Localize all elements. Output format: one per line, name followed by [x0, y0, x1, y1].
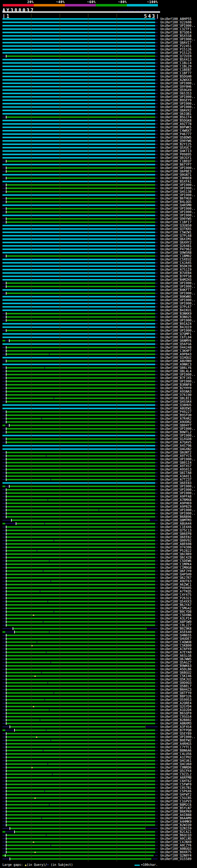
- alignment-bar[interactable]: [6, 675, 156, 677]
- alignment-bar[interactable]: [6, 784, 156, 785]
- alignment-bar[interactable]: [6, 411, 156, 412]
- alignment-bar[interactable]: [6, 550, 156, 552]
- alignment-bar[interactable]: [6, 184, 156, 186]
- alignment-bar[interactable]: [6, 380, 156, 382]
- alignment-bar[interactable]: [6, 797, 156, 799]
- alignment-bar[interactable]: [6, 834, 156, 836]
- alignment-bar[interactable]: [6, 160, 156, 162]
- alignment-bar[interactable]: [2, 86, 155, 88]
- alignment-bar[interactable]: [6, 695, 156, 697]
- alignment-bar[interactable]: [6, 360, 156, 362]
- alignment-bar[interactable]: [6, 655, 156, 656]
- alignment-bar[interactable]: [6, 398, 156, 399]
- alignment-bar[interactable]: [2, 79, 155, 81]
- alignment-bar[interactable]: [2, 72, 155, 74]
- alignment-bar[interactable]: [2, 225, 155, 226]
- alignment-bar[interactable]: [6, 618, 156, 619]
- hit-label[interactable]: UniRef100_O15589: [160, 857, 192, 861]
- alignment-bar[interactable]: [6, 462, 156, 463]
- alignment-bar[interactable]: [2, 235, 155, 237]
- alignment-bar[interactable]: [2, 42, 155, 43]
- alignment-bar[interactable]: [6, 255, 156, 257]
- alignment-bar[interactable]: [6, 689, 156, 690]
- alignment-bar[interactable]: [6, 658, 156, 660]
- alignment-bar[interactable]: [10, 858, 152, 860]
- alignment-bar[interactable]: [2, 323, 155, 324]
- alignment-bar[interactable]: [2, 242, 155, 243]
- alignment-bar[interactable]: [6, 533, 156, 534]
- alignment-bar[interactable]: [2, 83, 155, 84]
- alignment-bar[interactable]: [2, 289, 155, 291]
- alignment-bar[interactable]: [6, 706, 156, 707]
- alignment-bar[interactable]: [2, 106, 155, 108]
- alignment-bar[interactable]: [6, 388, 156, 389]
- alignment-bar[interactable]: [6, 211, 156, 213]
- alignment-bar[interactable]: [6, 465, 156, 467]
- alignment-bar[interactable]: [2, 482, 155, 484]
- alignment-bar[interactable]: [6, 320, 156, 321]
- alignment-bar[interactable]: [2, 259, 155, 260]
- alignment-bar[interactable]: [6, 672, 156, 673]
- alignment-bar[interactable]: [2, 245, 155, 247]
- alignment-bar[interactable]: [2, 266, 155, 267]
- alignment-bar[interactable]: [2, 113, 155, 115]
- alignment-bar[interactable]: [6, 753, 156, 755]
- alignment-bar[interactable]: [6, 506, 156, 507]
- alignment-bar[interactable]: [5, 855, 154, 856]
- alignment-bar[interactable]: [6, 221, 156, 223]
- alignment-bar[interactable]: [6, 177, 156, 179]
- alignment-bar[interactable]: [2, 296, 155, 298]
- alignment-bar[interactable]: [2, 174, 155, 176]
- alignment-bar[interactable]: [6, 790, 156, 792]
- alignment-bar[interactable]: [2, 123, 155, 125]
- alignment-bar[interactable]: [13, 628, 146, 629]
- alignment-bar[interactable]: [6, 316, 156, 318]
- alignment-bar[interactable]: [6, 841, 156, 843]
- alignment-bar[interactable]: [6, 709, 156, 711]
- alignment-bar[interactable]: [2, 45, 155, 47]
- alignment-bar[interactable]: [6, 452, 156, 453]
- alignment-bar[interactable]: [6, 526, 156, 528]
- alignment-bar[interactable]: [6, 787, 156, 788]
- alignment-bar[interactable]: [6, 367, 156, 369]
- alignment-bar[interactable]: [6, 198, 156, 199]
- alignment-bar[interactable]: [6, 374, 156, 375]
- alignment-bar[interactable]: [6, 685, 156, 687]
- alignment-bar[interactable]: [6, 55, 156, 57]
- alignment-bar[interactable]: [2, 69, 155, 70]
- alignment-bar[interactable]: [2, 309, 155, 311]
- alignment-bar[interactable]: [2, 357, 155, 359]
- alignment-bar[interactable]: [6, 489, 156, 491]
- alignment-bar[interactable]: [6, 191, 156, 192]
- alignment-bar[interactable]: [6, 459, 156, 460]
- alignment-bar[interactable]: [6, 543, 156, 545]
- alignment-bar[interactable]: [6, 702, 156, 704]
- alignment-bar[interactable]: [6, 682, 156, 684]
- alignment-bar[interactable]: [2, 154, 155, 155]
- alignment-bar[interactable]: [6, 699, 156, 701]
- alignment-bar[interactable]: [6, 370, 156, 372]
- alignment-bar[interactable]: [2, 279, 155, 280]
- alignment-bar[interactable]: [6, 516, 156, 518]
- alignment-bar[interactable]: [6, 502, 156, 504]
- alignment-bar[interactable]: [6, 692, 156, 694]
- alignment-bar[interactable]: [2, 181, 155, 182]
- alignment-bar[interactable]: [6, 851, 156, 853]
- alignment-bar[interactable]: [2, 130, 155, 131]
- alignment-bar[interactable]: [6, 750, 156, 751]
- alignment-bar[interactable]: [6, 401, 156, 402]
- alignment-bar[interactable]: [2, 140, 155, 142]
- alignment-bar[interactable]: [2, 445, 155, 446]
- alignment-bar[interactable]: [6, 560, 156, 562]
- alignment-bar[interactable]: [2, 89, 155, 91]
- alignment-bar[interactable]: [6, 536, 156, 538]
- alignment-bar[interactable]: [6, 848, 156, 849]
- alignment-bar[interactable]: [6, 645, 156, 646]
- alignment-bar[interactable]: [6, 824, 156, 826]
- alignment-bar[interactable]: [2, 333, 155, 335]
- alignment-bar[interactable]: [2, 137, 155, 138]
- alignment-bar[interactable]: [6, 814, 156, 816]
- alignment-bar[interactable]: [6, 821, 156, 823]
- alignment-bar[interactable]: [2, 364, 155, 365]
- alignment-bar[interactable]: [6, 641, 156, 643]
